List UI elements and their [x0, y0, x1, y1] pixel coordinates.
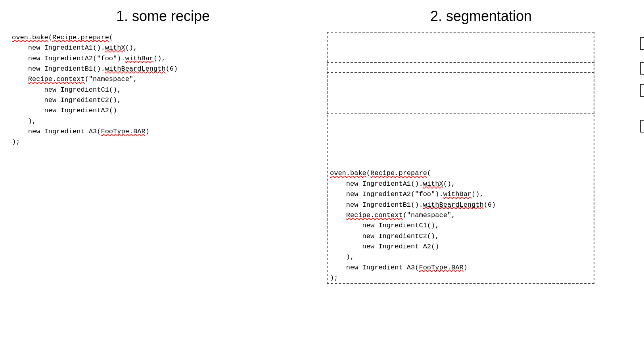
footype-underline: FooType.BAR — [101, 128, 145, 135]
oven-bake-underline: oven.bake — [12, 34, 48, 41]
seg-withbeard: withBeardLength — [423, 201, 484, 209]
seg-recipe-prepare: Recipe.prepare — [370, 169, 427, 177]
r3-label: R3 — [640, 84, 644, 97]
seg-code: oven.bake(Recipe.prepare( new Ingredient… — [330, 33, 600, 283]
section-title-1: 1. some recipe — [12, 8, 314, 25]
withbar-underline: withBar — [125, 55, 153, 62]
r3-segment-box — [327, 72, 594, 114]
withbeard-underline: withBeardLength — [105, 65, 166, 73]
seg-recipe-context: Recipe.context — [346, 211, 403, 219]
r4-label: R4 — [640, 120, 644, 133]
seg-withbar: withBar — [443, 190, 472, 198]
r2-label: R2 — [640, 62, 644, 75]
outer-dashed-box — [327, 32, 594, 284]
page-container: 1. some recipe oven.bake(Recipe.prepare(… — [0, 0, 644, 342]
right-panel: 2. segmentation oven.bake(R — [322, 8, 632, 283]
top-section: 1. some recipe oven.bake(Recipe.prepare(… — [0, 0, 644, 283]
recipe-code: oven.bake(Recipe.prepare( new Ingredient… — [12, 33, 314, 148]
r1-segment-box — [327, 33, 594, 62]
r1-label: R1 — [640, 37, 644, 50]
seg-oven-bake: oven.bake — [330, 169, 366, 177]
section-title-2: 2. segmentation — [330, 8, 632, 25]
left-panel: 1. some recipe oven.bake(Recipe.prepare(… — [12, 8, 322, 283]
recipe-prepare-underline: Recipe.prepare — [52, 34, 109, 41]
withx-underline: withX — [105, 44, 125, 52]
seg-withx: withX — [423, 180, 443, 188]
recipe-context-underline: Recipe.context — [28, 75, 85, 83]
r2-segment-box — [327, 62, 594, 73]
segmentation-container: oven.bake(Recipe.prepare( new Ingredient… — [330, 33, 632, 283]
seg-footype: FooType.BAR — [419, 264, 463, 271]
